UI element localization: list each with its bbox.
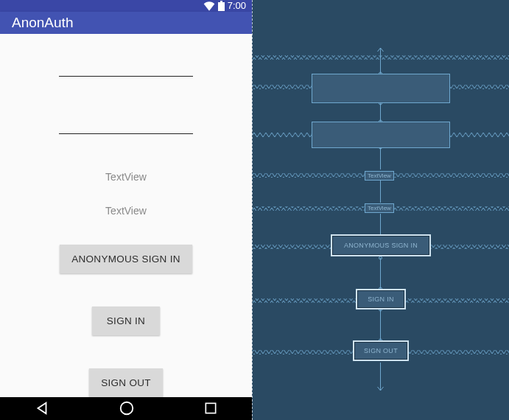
bp-signout-button[interactable]: SIGN OUT [353, 340, 409, 361]
recents-icon[interactable] [203, 401, 218, 416]
app-bar: AnonAuth [0, 12, 252, 34]
svg-point-2 [121, 402, 133, 415]
signin-button[interactable]: SIGN IN [92, 307, 160, 335]
textview-1: TextView [105, 171, 147, 183]
bp-signin-button[interactable]: SIGN IN [356, 289, 406, 309]
bp-textview-1[interactable]: TextView [365, 171, 394, 181]
wifi-icon [203, 1, 215, 11]
anonymous-signin-button[interactable]: ANONYMOUS SIGN IN [60, 245, 192, 273]
back-icon[interactable] [34, 400, 50, 416]
battery-icon [218, 1, 225, 11]
bp-textview-2[interactable]: TextView [365, 203, 394, 213]
home-icon[interactable] [119, 400, 135, 416]
phone-preview: 7:00 AnonAuth TextView TextView ANONYMOU… [0, 0, 252, 420]
bp-input-1[interactable] [312, 74, 450, 103]
svg-rect-1 [220, 1, 222, 2]
svg-rect-3 [206, 404, 215, 413]
blueprint-panel: TextView TextView ANONYMOUS SIGN IN SIGN… [252, 0, 509, 420]
svg-rect-0 [218, 2, 225, 11]
input-field-1[interactable] [59, 56, 193, 77]
app-title: AnonAuth [12, 15, 73, 31]
input-field-2[interactable] [59, 113, 193, 134]
bp-anon-signin-button[interactable]: ANONYMOUS SIGN IN [331, 234, 431, 256]
status-time: 7:00 [228, 0, 246, 11]
textview-2: TextView [105, 205, 147, 217]
status-bar: 7:00 [0, 0, 252, 12]
content-area: TextView TextView ANONYMOUS SIGN IN SIGN… [0, 34, 252, 397]
bp-input-2[interactable] [312, 122, 450, 148]
signout-button[interactable]: SIGN OUT [89, 368, 163, 397]
android-nav-bar [0, 397, 252, 420]
